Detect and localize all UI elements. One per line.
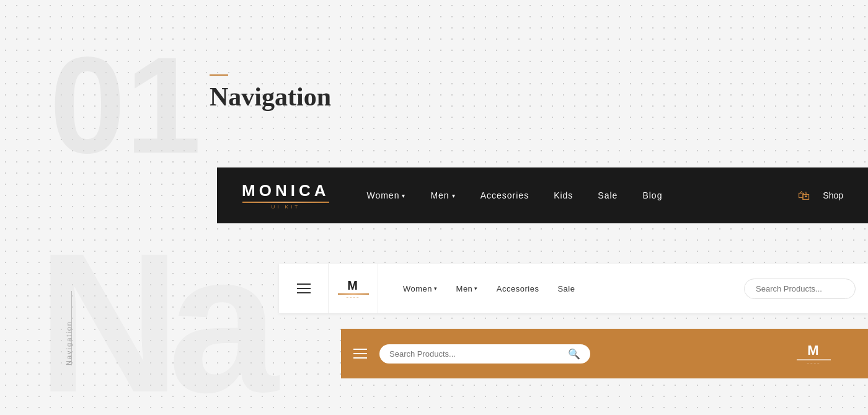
logo-tan-underline: [797, 359, 831, 360]
logo-tan-sub: ~~~~: [807, 361, 820, 365]
hamburger-tan-line-3: [353, 357, 367, 359]
hamburger-tan-button[interactable]: [353, 349, 367, 359]
hamburger-tan-line-2: [353, 353, 367, 354]
nav-item-men[interactable]: Men ▾: [430, 190, 455, 200]
nav-links-light: Women ▾ Men ▾ Accesories Sale: [378, 284, 744, 293]
section-title: Navigation: [210, 82, 331, 112]
logo-dark-subtitle: UI KIT: [271, 204, 300, 210]
chevron-icon: ▾: [434, 285, 438, 292]
nav-light-men[interactable]: Men ▾: [456, 284, 478, 293]
search-button-tan[interactable]: 🔍: [568, 348, 580, 360]
accent-line: [210, 74, 228, 76]
nav-item-sale[interactable]: Sale: [598, 190, 618, 200]
navbar-light: M ~~~~ Women ▾ Men ▾ Accesories Sale: [279, 264, 868, 313]
logo-light-box: M ~~~~: [329, 264, 378, 313]
nav-light-sale[interactable]: Sale: [557, 284, 575, 293]
search-box-tan: 🔍: [379, 344, 590, 364]
logo-tan-text: M: [807, 342, 820, 359]
search-input-light[interactable]: [744, 279, 856, 299]
hamburger-tan-line-1: [353, 349, 367, 350]
logo-tan: M ~~~~: [797, 342, 831, 365]
nav-light-women[interactable]: Women ▾: [403, 284, 438, 293]
hamburger-line-2: [297, 288, 311, 289]
hamburger-line-1: [297, 283, 311, 285]
logo-light-text: M: [347, 279, 359, 293]
bag-icon[interactable]: 🛍: [798, 189, 810, 203]
search-box-light: [744, 279, 856, 299]
hamburger-icon: [297, 283, 311, 293]
nav-item-kids[interactable]: Kids: [554, 190, 573, 200]
navbar-dark: MONICA UI KIT Women ▾ Men ▾ Accesories K…: [217, 167, 868, 223]
logo-light: M ~~~~: [338, 279, 369, 299]
nav-links-dark: Women ▾ Men ▾ Accesories Kids Sale Blog: [366, 190, 798, 200]
hamburger-button[interactable]: [279, 264, 329, 313]
logo-light-underline: [338, 293, 369, 295]
navbar-tan: 🔍 M ~~~~: [341, 329, 868, 378]
side-label: Navigation: [65, 321, 73, 365]
nav-item-accesories[interactable]: Accesories: [480, 190, 529, 200]
logo-light-sub: ~~~~: [346, 295, 360, 299]
hamburger-line-3: [297, 292, 311, 293]
section-label: Navigation: [210, 74, 331, 112]
logo-dark: MONICA UI KIT: [242, 181, 329, 210]
shop-text[interactable]: Shop: [823, 190, 843, 200]
chevron-icon: ▾: [474, 285, 478, 292]
chevron-icon: ▾: [452, 192, 456, 199]
logo-dark-text: MONICA: [242, 181, 329, 200]
watermark-01: 01: [50, 37, 202, 174]
logo-dark-underline: [242, 202, 329, 203]
search-input-tan[interactable]: [389, 349, 568, 359]
nav-item-blog[interactable]: Blog: [642, 190, 662, 200]
nav-light-accesories[interactable]: Accesories: [497, 284, 539, 293]
chevron-icon: ▾: [402, 192, 405, 199]
nav-icons-dark: 🛍 Shop: [798, 189, 843, 203]
nav-item-women[interactable]: Women ▾: [366, 190, 405, 200]
